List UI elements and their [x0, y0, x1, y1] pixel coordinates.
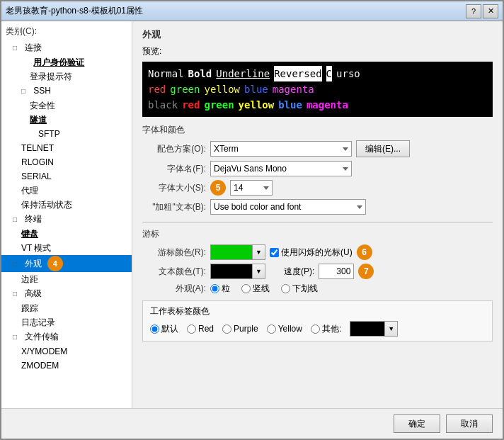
tab-purple-radio[interactable]: [222, 325, 231, 334]
font-size-row: 字体大小(S): 5 14: [142, 180, 493, 196]
cursor-color-dropdown[interactable]: ▼: [253, 244, 265, 260]
font-name-row: 字体名(F): DejaVu Sans Mono: [142, 161, 493, 176]
tree-item-telnet[interactable]: TELNET: [1, 141, 132, 155]
appearance-underline-radio[interactable]: [281, 284, 290, 293]
tree-item-proxy[interactable]: 代理: [1, 184, 132, 198]
font-color-title: 字体和颜色: [142, 124, 493, 136]
tree-item-appearance[interactable]: □ 外观 4: [1, 255, 132, 272]
pv-yellow: yellow: [204, 81, 240, 97]
pv-reversed: Reversed: [274, 66, 321, 81]
tree-item-serial[interactable]: SERIAL: [1, 169, 132, 184]
tree-item-logrecord[interactable]: 日志记录: [1, 315, 132, 329]
expand-icon-ssh: □: [21, 85, 31, 98]
pv-underline: Underline: [216, 66, 270, 81]
tree-item-vtmode[interactable]: VT 模式: [1, 241, 132, 255]
tree-label-appearance: 外观: [25, 259, 42, 269]
edit-button[interactable]: 编辑(E)...: [356, 140, 410, 157]
cursor-section: 游标 游标颜色(R): ▼ 使用闪烁的光标(U) 6 文本颜色(T):: [142, 228, 493, 295]
preview-line1: Normal Bold Underline Reversed Curso: [148, 66, 487, 81]
appearance-block-label[interactable]: 粒: [210, 283, 230, 295]
tree-label-keyboard: 键盘: [21, 229, 38, 239]
color-scheme-row: 配色方案(O): XTerm 编辑(E)...: [142, 140, 493, 157]
tree-label-keepalive: 保持活动状态: [21, 200, 72, 210]
tab-other-color-box[interactable]: [350, 321, 385, 337]
tree-item-sftp[interactable]: SFTP: [1, 127, 132, 141]
bold-text-row: "加粗"文本(B): Use bold color and font: [142, 199, 493, 215]
pv-cursor: C: [326, 66, 332, 81]
tree-item-log[interactable]: 跟踪: [1, 301, 132, 315]
tab-red-radio[interactable]: [187, 325, 196, 334]
tab-yellow-text: Yellow: [278, 324, 302, 334]
tree-item-advanced[interactable]: □ 高级: [1, 286, 132, 301]
tab-color-title: 工作表标签颜色: [150, 305, 485, 317]
tab-default-label[interactable]: 默认: [150, 323, 178, 335]
tab-other-label[interactable]: 其他:: [311, 323, 341, 335]
tree-item-keyboard[interactable]: 键盘: [1, 227, 132, 241]
tree-item-keepalive[interactable]: 保持活动状态: [1, 198, 132, 212]
appearance-radio-group: 粒 竖线 下划线: [210, 283, 318, 295]
tree-item-rlogin[interactable]: RLOGIN: [1, 155, 132, 169]
tab-red-label[interactable]: Red: [187, 324, 214, 334]
tree-item-connect[interactable]: □ 连接: [1, 40, 132, 55]
bold-text-select[interactable]: Use bold color and font: [210, 199, 366, 215]
tree-label-logrecord: 日志记录: [21, 317, 55, 327]
bold-text-label: "加粗"文本(B):: [142, 201, 206, 213]
cancel-button[interactable]: 取消: [446, 414, 493, 433]
tab-other-color-dropdown[interactable]: ▼: [385, 321, 398, 337]
window-title: 老男孩教育-python-s8-模板机01属性: [6, 5, 143, 17]
badge-5: 5: [210, 180, 226, 196]
help-button[interactable]: ?: [466, 4, 481, 18]
tab-color-row: 默认 Red Purple Yellow: [150, 321, 485, 337]
ok-button[interactable]: 确定: [394, 414, 440, 433]
tree-item-auth[interactable]: 用户身份验证: [1, 55, 132, 69]
color-scheme-select[interactable]: XTerm: [210, 141, 352, 157]
tab-default-radio[interactable]: [150, 325, 159, 334]
appearance-underline-label[interactable]: 下划线: [281, 283, 318, 295]
text-color-dropdown[interactable]: ▼: [253, 264, 265, 279]
tree-item-login[interactable]: 登录提示符: [1, 69, 132, 84]
tab-other-text: 其他:: [322, 323, 341, 335]
tree-label-xymodem: X/YMODEM: [21, 346, 67, 356]
appearance-block-text: 粒: [222, 283, 230, 295]
badge-7: 7: [358, 264, 374, 279]
tab-purple-label[interactable]: Purple: [222, 324, 258, 334]
font-size-select[interactable]: 14: [230, 180, 273, 196]
appearance-vline-label[interactable]: 竖线: [241, 283, 270, 295]
main-content: 类别(C): □ 连接 用户身份验证 登录提示符 □ SSH 安全性 隧道: [1, 21, 503, 408]
blink-checkbox-label[interactable]: 使用闪烁的光标(U): [270, 247, 353, 259]
pv-normal: Normal: [148, 66, 184, 81]
close-button[interactable]: ✕: [483, 4, 498, 18]
font-size-label: 字体大小(S):: [142, 182, 206, 194]
tree-label-telnet: TELNET: [21, 143, 54, 153]
preview-line3: black red green yellow blue magenta: [148, 97, 487, 113]
tree-item-terminal[interactable]: □ 终端: [1, 212, 132, 227]
blink-checkbox[interactable]: [270, 248, 279, 257]
preview-label-row: 预览:: [142, 45, 493, 57]
tree-item-border[interactable]: 边距: [1, 272, 132, 286]
tree-item-zmodem[interactable]: ZMODEM: [1, 359, 132, 373]
tree-item-tunnel[interactable]: 隧道: [1, 113, 132, 127]
pv-red2: red: [182, 97, 200, 113]
font-name-select[interactable]: DejaVu Sans Mono: [210, 161, 352, 176]
speed-input[interactable]: [319, 264, 354, 279]
appearance-block-radio[interactable]: [210, 284, 219, 293]
tab-other-radio[interactable]: [311, 325, 320, 334]
tree-item-security[interactable]: 安全性: [1, 98, 132, 113]
text-color-box[interactable]: [210, 264, 253, 279]
expand-icon-filetransfer: □: [13, 331, 23, 344]
tree-label-border: 边距: [21, 274, 38, 284]
tree-item-xymodem[interactable]: X/YMODEM: [1, 344, 132, 359]
tab-default-text: 默认: [161, 323, 178, 335]
pv-bold: Bold: [188, 66, 212, 81]
font-name-label: 字体名(F):: [142, 163, 206, 175]
tree-item-filetransfer[interactable]: □ 文件传输: [1, 329, 132, 344]
pv-magenta2: magenta: [307, 97, 348, 113]
cursor-color-box[interactable]: [210, 244, 253, 260]
appearance-vline-radio[interactable]: [241, 284, 251, 293]
bottom-bar: 确定 取消: [1, 408, 503, 439]
tab-purple-text: Purple: [234, 324, 258, 334]
text-color-label: 文本颜色(T):: [142, 266, 206, 278]
tab-yellow-label[interactable]: Yellow: [267, 324, 302, 334]
tree-item-ssh[interactable]: □ SSH: [1, 84, 132, 98]
tab-yellow-radio[interactable]: [267, 325, 276, 334]
